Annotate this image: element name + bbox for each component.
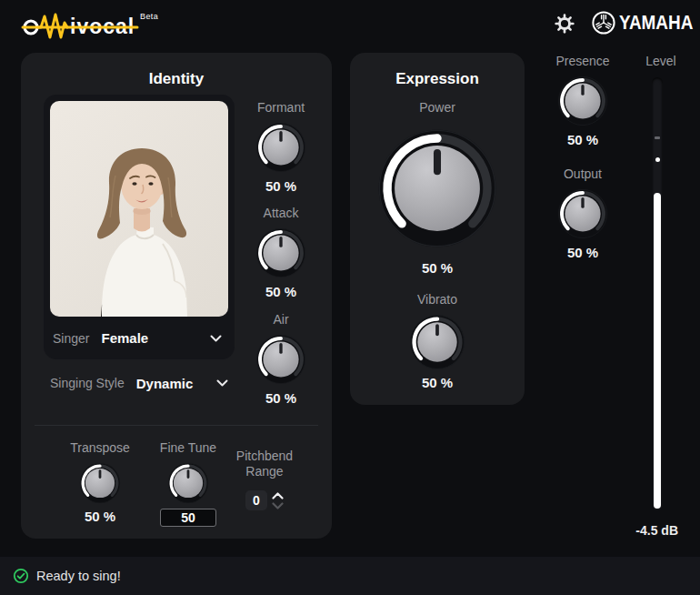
omnivocal-logo: ivocal Beta [21, 7, 185, 40]
pitchbend-range-control: Pitchbend Range 0 [219, 449, 310, 510]
check-circle-icon [13, 568, 29, 584]
presence-control: Presence 50 % [537, 54, 628, 147]
level-label: Level [615, 54, 700, 68]
stepper-down-button chevron-down-icon[interactable] [272, 502, 284, 509]
singer-dropdown[interactable]: Singer Female [44, 317, 235, 359]
pitchbend-stepper [272, 492, 284, 509]
formant-label: Formant [257, 100, 305, 115]
presence-value: 50 % [567, 133, 598, 147]
stepper-up-button chevron-up-icon[interactable] [272, 492, 284, 499]
vibrato-knob[interactable] [409, 314, 465, 370]
formant-knob[interactable] [255, 122, 306, 173]
singer-label: Singer [53, 331, 89, 346]
yamaha-logo: YAMAHA [591, 10, 700, 35]
identity-title: Identity [21, 70, 332, 88]
singer-value: Female [101, 330, 148, 346]
level-readout: -4.5 dB [587, 523, 678, 538]
pitchbend-label-line2: Range [245, 464, 283, 479]
level-peak-dot [655, 157, 660, 162]
power-label: Power [419, 100, 455, 115]
level-meter [652, 77, 663, 510]
singing-style-label: Singing Style [50, 376, 125, 390]
plugin-window: ivocal Beta [0, 0, 700, 595]
transpose-value: 50 % [85, 509, 115, 524]
attack-knob[interactable] [255, 227, 306, 278]
singer-photo-card: Singer Female [44, 95, 235, 359]
fine-tune-input[interactable]: 50 [160, 509, 216, 527]
power-knob[interactable] [376, 127, 498, 249]
singer-portrait [50, 101, 228, 317]
pitchbend-label-line1: Pitchbend [236, 449, 293, 463]
chevron-down-icon [210, 335, 222, 342]
level-meter-fill [654, 193, 661, 509]
air-knob[interactable] [255, 334, 306, 385]
status-bar: Ready to sing! [0, 557, 700, 595]
presence-label: Presence [555, 54, 609, 68]
output-value: 50 % [567, 246, 598, 260]
fine-tune-label: Fine Tune [160, 440, 216, 455]
vibrato-label: Vibrato [417, 292, 457, 307]
level-tick-mark [655, 136, 660, 139]
transpose-knob[interactable] [79, 462, 121, 504]
output-knob[interactable] [557, 188, 608, 239]
attack-label: Attack [264, 206, 299, 220]
yamaha-wordmark: YAMAHA [619, 11, 693, 35]
pitchbend-value-box[interactable]: 0 [245, 490, 267, 510]
air-label: Air [273, 312, 288, 327]
fine-tune-knob[interactable] [167, 462, 209, 504]
singing-style-dropdown[interactable]: Singing Style Dynamic [50, 368, 228, 398]
settings-gear-icon[interactable] [555, 14, 575, 34]
beta-badge: Beta [140, 12, 158, 21]
section-divider [35, 425, 318, 426]
status-text: Ready to sing! [36, 569, 121, 583]
vibrato-value: 50 % [422, 376, 453, 390]
output-label: Output [564, 166, 602, 181]
air-value: 50 % [265, 391, 296, 406]
presence-knob[interactable] [557, 76, 608, 126]
formant-value: 50 % [265, 179, 296, 194]
identity-panel: Identity [21, 53, 332, 539]
expression-panel: Expression Power 50 % Vibrato 50 % [350, 53, 525, 405]
output-control: Output 50 % [537, 166, 628, 260]
expression-title: Expression [350, 70, 525, 88]
chevron-down-icon [216, 379, 228, 387]
attack-value: 50 % [265, 285, 296, 299]
yamaha-emblem-icon [591, 10, 616, 35]
power-value: 50 % [422, 261, 453, 276]
transpose-label: Transpose [70, 440, 130, 455]
singing-style-value: Dynamic [136, 376, 194, 391]
